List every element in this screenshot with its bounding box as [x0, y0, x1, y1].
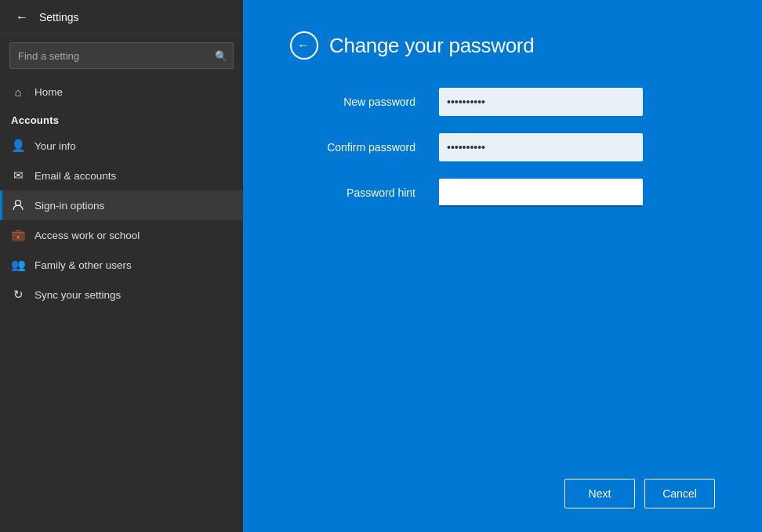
- dialog-back-button[interactable]: ←: [290, 31, 318, 60]
- new-password-row: New password: [290, 88, 715, 116]
- search-input[interactable]: [9, 42, 234, 69]
- password-hint-label: Password hint: [290, 186, 415, 199]
- sidebar-item-sign-in-options[interactable]: Sign-in options: [0, 190, 243, 220]
- your-info-icon: 👤: [11, 139, 25, 153]
- dialog-header: ← Change your password: [290, 31, 715, 60]
- sidebar: ← Settings 🔍 ⌂ Home Accounts 👤 Your info…: [0, 0, 243, 532]
- sidebar-item-access-work-school[interactable]: 💼 Access work or school: [0, 220, 243, 250]
- accounts-section-label: Accounts: [0, 107, 243, 131]
- sync-icon: ↻: [11, 288, 25, 302]
- sidebar-item-home[interactable]: ⌂ Home: [0, 77, 243, 107]
- sidebar-item-home-label: Home: [34, 86, 63, 98]
- back-circle-arrow-icon: ←: [297, 38, 310, 52]
- email-accounts-icon: ✉: [11, 168, 25, 183]
- password-hint-input[interactable]: [439, 179, 643, 207]
- sidebar-item-access-work-label: Access work or school: [34, 230, 140, 241]
- dialog-button-row: Next Cancel: [564, 479, 715, 508]
- sidebar-item-sync-label: Sync your settings: [34, 289, 121, 301]
- password-hint-row: Password hint: [290, 179, 715, 207]
- family-icon: 👥: [11, 258, 25, 272]
- sidebar-header: ← Settings: [0, 0, 243, 34]
- confirm-password-row: Confirm password: [290, 133, 715, 161]
- sidebar-item-email-accounts-label: Email & accounts: [34, 170, 116, 182]
- sidebar-item-sync-settings[interactable]: ↻ Sync your settings: [0, 280, 243, 309]
- sidebar-item-family-label: Family & other users: [34, 259, 132, 271]
- confirm-password-label: Confirm password: [290, 141, 415, 154]
- sidebar-title: Settings: [39, 11, 79, 24]
- confirm-password-input[interactable]: [439, 133, 643, 161]
- change-password-dialog: ← Change your password New password Conf…: [243, 0, 762, 532]
- search-box: 🔍: [9, 42, 234, 69]
- dialog-title: Change your password: [329, 34, 534, 58]
- password-form: New password Confirm password Password h…: [290, 88, 715, 207]
- home-icon: ⌂: [11, 85, 25, 99]
- sidebar-item-your-info-label: Your info: [34, 140, 76, 152]
- new-password-input[interactable]: [439, 88, 643, 116]
- access-work-icon: 💼: [11, 228, 25, 242]
- cancel-button[interactable]: Cancel: [644, 479, 715, 508]
- sidebar-item-email-accounts[interactable]: ✉ Email & accounts: [0, 161, 243, 190]
- sign-in-icon: [11, 198, 25, 212]
- back-button[interactable]: ←: [11, 6, 33, 28]
- sidebar-item-family-other-users[interactable]: 👥 Family & other users: [0, 250, 243, 280]
- sidebar-item-sign-in-label: Sign-in options: [34, 200, 104, 212]
- new-password-label: New password: [290, 96, 415, 108]
- next-button[interactable]: Next: [564, 479, 635, 508]
- sidebar-item-your-info[interactable]: 👤 Your info: [0, 131, 243, 161]
